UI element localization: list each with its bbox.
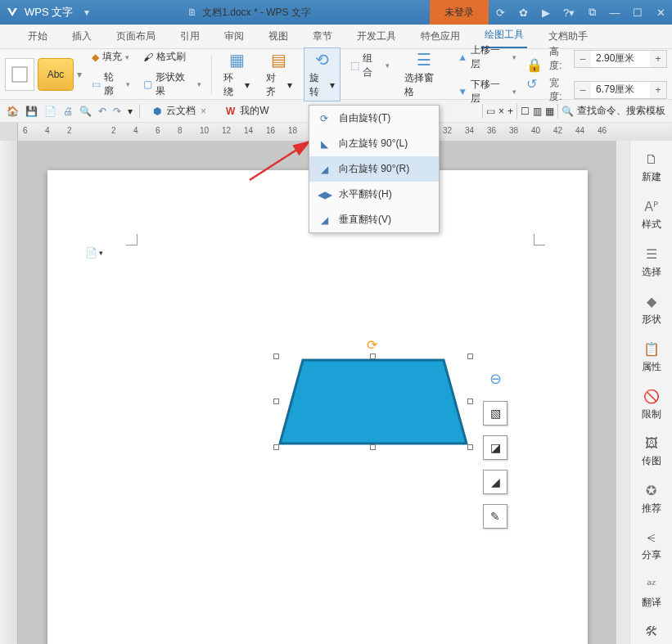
sb-rec[interactable]: ✪推荐 bbox=[642, 483, 661, 516]
float-effect-icon[interactable]: ✎ bbox=[483, 504, 507, 529]
sb-style[interactable]: Aᴾ样式 bbox=[642, 199, 661, 232]
group-button[interactable]: ⬚组合▾ bbox=[347, 50, 392, 81]
dd-flip-v[interactable]: ◢垂直翻转(V) bbox=[309, 207, 439, 232]
fill-button[interactable]: ◆填充▾ bbox=[88, 48, 133, 65]
width-inc[interactable]: + bbox=[650, 82, 666, 98]
app-logo-icon bbox=[5, 5, 20, 20]
brush-button[interactable]: 🖌格式刷 bbox=[140, 48, 205, 65]
tab-reference[interactable]: 引用 bbox=[177, 25, 203, 48]
doc-icon: 🗎 bbox=[187, 7, 197, 18]
float-fill-icon[interactable]: ◪ bbox=[483, 435, 507, 460]
style-more-icon[interactable]: ▾ bbox=[77, 69, 82, 80]
sb-img[interactable]: 🖼传图 bbox=[642, 436, 661, 468]
sb-prop[interactable]: 📋属性 bbox=[642, 341, 661, 374]
sb-tool[interactable]: 🛠工具 bbox=[642, 624, 661, 644]
handle-ml[interactable] bbox=[273, 399, 279, 404]
tab-mywps[interactable]: W我的W bbox=[219, 100, 276, 123]
home-icon[interactable]: 🏠 bbox=[7, 106, 19, 117]
outline-button[interactable]: ▭轮廓▾ bbox=[88, 69, 133, 100]
style-thumb[interactable] bbox=[5, 58, 34, 91]
shape-selection[interactable]: ⟳ bbox=[277, 357, 470, 447]
view1-icon[interactable]: ▭ bbox=[486, 106, 495, 117]
svg-line-2 bbox=[250, 142, 309, 180]
close-tab-icon[interactable]: × bbox=[201, 106, 206, 117]
sync-icon[interactable]: ⟳ bbox=[489, 0, 512, 25]
handle-tl[interactable] bbox=[273, 354, 279, 359]
rotate-button[interactable]: ⟲旋转▾ bbox=[304, 47, 341, 101]
sb-limit[interactable]: 🚫限制 bbox=[642, 389, 661, 421]
close-doc-icon[interactable]: × bbox=[498, 106, 504, 117]
down-button[interactable]: ▼下移一层▾ bbox=[454, 76, 520, 107]
effect-button[interactable]: ▢形状效果▾ bbox=[140, 69, 205, 100]
tab-cloud[interactable]: ⬢云文档× bbox=[147, 100, 213, 123]
search-placeholder[interactable]: 查找命令、搜索模板 bbox=[577, 104, 665, 118]
sb-trans[interactable]: ᵃᶻ翻译 bbox=[642, 577, 661, 610]
login-button[interactable]: 未登录 bbox=[430, 0, 489, 25]
vertical-ruler[interactable] bbox=[0, 141, 18, 644]
close-button[interactable]: ✕ bbox=[649, 0, 672, 25]
app-menu-caret-icon[interactable]: ▾ bbox=[84, 7, 89, 18]
sb-select[interactable]: ☰选择 bbox=[642, 246, 661, 279]
qat-more[interactable]: ▾ bbox=[128, 106, 133, 117]
handle-bm[interactable] bbox=[370, 444, 376, 450]
redo-icon[interactable]: ↷ bbox=[113, 106, 121, 117]
height-dec[interactable]: – bbox=[575, 51, 591, 67]
dd-rotate-left[interactable]: ◣向左旋转 90°(L) bbox=[309, 131, 439, 156]
width-dec[interactable]: – bbox=[575, 82, 591, 98]
float-outline-icon[interactable]: ◢ bbox=[483, 470, 507, 494]
help-icon[interactable]: ?▾ bbox=[557, 0, 580, 25]
rotate-handle-icon[interactable]: ⟳ bbox=[367, 337, 377, 353]
search-icon[interactable]: 🔍 bbox=[562, 106, 574, 117]
lock-icon[interactable]: 🔒 bbox=[526, 57, 543, 73]
tab-view[interactable]: 视图 bbox=[265, 25, 291, 48]
pane-button[interactable]: ☰选择窗格 bbox=[399, 48, 448, 101]
settings-icon[interactable]: ✿ bbox=[512, 0, 534, 25]
width-input[interactable] bbox=[591, 82, 650, 98]
float-layout-icon[interactable]: ▧ bbox=[483, 401, 507, 426]
svg-marker-1 bbox=[280, 360, 467, 444]
handle-mr[interactable] bbox=[467, 399, 473, 404]
paragraph-button[interactable]: 📄▾ bbox=[85, 247, 103, 259]
wrap-button[interactable]: ▦环绕▾ bbox=[219, 48, 255, 101]
handle-tr[interactable] bbox=[467, 354, 473, 359]
sb-shape[interactable]: ◆形状 bbox=[642, 294, 661, 327]
print-icon[interactable]: 🖨 bbox=[63, 106, 73, 117]
restore-icon[interactable]: ⧉ bbox=[580, 0, 603, 25]
height-inc[interactable]: + bbox=[650, 51, 666, 67]
export-icon[interactable]: 📄 bbox=[44, 106, 56, 117]
style-abc[interactable]: Abc bbox=[38, 58, 74, 91]
undo-icon[interactable]: ↶ bbox=[98, 106, 106, 117]
tab-start[interactable]: 开始 bbox=[25, 25, 51, 48]
tab-dev[interactable]: 开发工具 bbox=[354, 25, 399, 48]
save-icon[interactable]: 💾 bbox=[25, 106, 38, 117]
dd-rotate-right[interactable]: ◢向右旋转 90°(R) bbox=[309, 156, 439, 182]
add-tab-icon[interactable]: + bbox=[507, 106, 513, 117]
tab-chapter[interactable]: 章节 bbox=[309, 25, 336, 48]
reset-icon[interactable]: ↺ bbox=[526, 76, 543, 92]
sb-share[interactable]: ⪪分享 bbox=[642, 530, 661, 562]
trapezoid-shape[interactable] bbox=[277, 357, 470, 447]
preview-icon[interactable]: 🔍 bbox=[79, 106, 92, 117]
mode1-icon[interactable]: ☐ bbox=[521, 106, 530, 117]
tab-layout[interactable]: 页面布局 bbox=[113, 25, 159, 48]
align-button[interactable]: ▤对齐▾ bbox=[261, 48, 297, 101]
dd-flip-h[interactable]: ◀▶水平翻转(H) bbox=[309, 182, 439, 207]
tab-review[interactable]: 审阅 bbox=[221, 25, 247, 48]
page: 📄▾ ⟳ ⊖ ▧ ◪ ◢ ✎ bbox=[47, 170, 588, 644]
handle-bl[interactable] bbox=[273, 444, 279, 450]
mode3-icon[interactable]: ▦ bbox=[545, 106, 554, 117]
maximize-button[interactable]: ☐ bbox=[626, 0, 649, 25]
title-bar: WPS 文字 ▾ 🗎 文档1.docx * - WPS 文字 未登录 ⟳ ✿ ▶… bbox=[0, 0, 672, 25]
up-button[interactable]: ▲上移一层▾ bbox=[454, 42, 520, 73]
float-collapse-icon[interactable]: ⊖ bbox=[483, 367, 507, 391]
handle-br[interactable] bbox=[467, 444, 473, 450]
ribbon: Abc ▾ ◆填充▾ ▭轮廓▾ 🖌格式刷 ▢形状效果▾ ▦环绕▾ ▤对齐▾ ⟲旋… bbox=[0, 49, 672, 100]
height-input[interactable] bbox=[591, 51, 650, 67]
minimize-button[interactable]: — bbox=[603, 0, 626, 25]
vertical-scrollbar[interactable] bbox=[616, 141, 629, 644]
tab-insert[interactable]: 插入 bbox=[69, 25, 95, 48]
play-icon[interactable]: ▶ bbox=[534, 0, 557, 25]
handle-tm[interactable] bbox=[370, 354, 376, 359]
sb-new[interactable]: 🗋新建 bbox=[642, 152, 661, 184]
mode2-icon[interactable]: ▥ bbox=[533, 106, 542, 117]
